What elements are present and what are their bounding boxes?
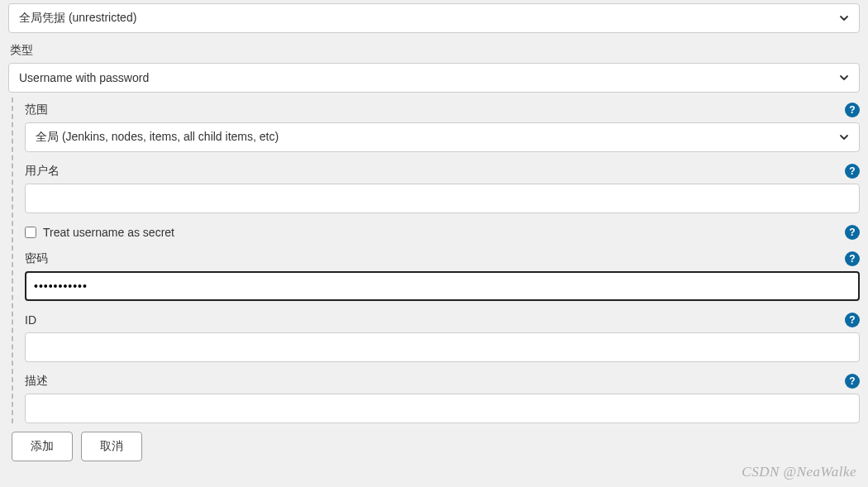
scope-label: 范围 — [25, 103, 48, 117]
button-row: 添加 取消 — [12, 432, 860, 461]
kind-select[interactable]: Username with password — [8, 63, 860, 93]
help-icon[interactable]: ? — [845, 251, 860, 266]
description-field-group: 描述 ? — [25, 374, 860, 423]
treat-secret-checkbox[interactable] — [25, 227, 36, 238]
credentials-store-selected: 全局凭据 (unrestricted) — [19, 11, 136, 26]
treat-secret-field-group: Treat username as secret ? — [25, 225, 860, 240]
chevron-down-icon — [839, 13, 849, 23]
username-label: 用户名 — [25, 164, 60, 179]
password-input[interactable] — [25, 271, 860, 301]
treat-secret-checkbox-wrap[interactable]: Treat username as secret — [25, 226, 174, 239]
description-input[interactable] — [25, 394, 860, 423]
scope-field-group: 范围 ? 全局 (Jenkins, nodes, items, all chil… — [25, 103, 860, 152]
id-label: ID — [25, 313, 36, 327]
help-icon[interactable]: ? — [845, 103, 860, 117]
treat-secret-label: Treat username as secret — [43, 226, 174, 239]
id-input[interactable] — [25, 332, 860, 362]
help-icon[interactable]: ? — [845, 164, 860, 179]
scope-selected: 全局 (Jenkins, nodes, items, all child ite… — [36, 130, 279, 145]
credential-form: 范围 ? 全局 (Jenkins, nodes, items, all chil… — [12, 98, 860, 423]
kind-label: 类型 — [10, 43, 860, 58]
credentials-store-select[interactable]: 全局凭据 (unrestricted) — [8, 3, 860, 33]
help-icon[interactable]: ? — [845, 225, 860, 240]
scope-select[interactable]: 全局 (Jenkins, nodes, items, all child ite… — [25, 122, 860, 152]
id-field-group: ID ? — [25, 313, 860, 362]
help-icon[interactable]: ? — [845, 313, 860, 327]
username-field-group: 用户名 ? — [25, 164, 860, 213]
kind-selected: Username with password — [19, 71, 149, 84]
chevron-down-icon — [839, 73, 849, 83]
password-label: 密码 — [25, 251, 48, 266]
add-button[interactable]: 添加 — [12, 432, 73, 461]
password-field-group: 密码 ? — [25, 251, 860, 301]
cancel-button[interactable]: 取消 — [81, 432, 142, 461]
description-label: 描述 — [25, 374, 48, 389]
username-input[interactable] — [25, 184, 860, 213]
chevron-down-icon — [839, 132, 849, 142]
help-icon[interactable]: ? — [845, 374, 860, 389]
